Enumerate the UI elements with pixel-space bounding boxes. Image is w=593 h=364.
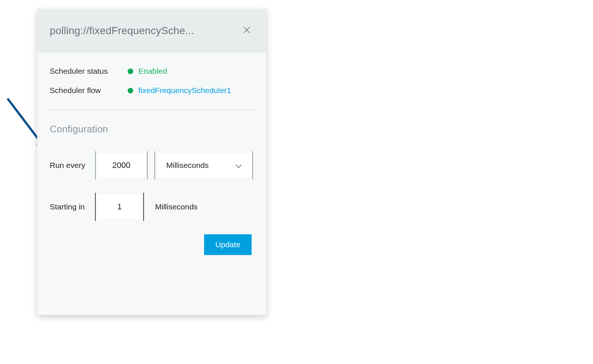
scheduler-flow-link[interactable]: fixedFrequencyScheduler1 [138, 86, 231, 95]
close-icon [242, 26, 251, 36]
status-dot-icon [128, 69, 133, 74]
scheduler-status-value: Enabled [138, 67, 167, 76]
scheduler-panel: polling://fixedFrequencySche... Schedule… [37, 9, 266, 315]
run-every-unit-value: Milliseconds [166, 161, 209, 170]
configuration-heading: Configuration [50, 123, 254, 135]
scheduler-status-row: Scheduler status Enabled [50, 67, 254, 76]
update-button[interactable]: Update [204, 234, 252, 255]
scheduler-flow-label: Scheduler flow [50, 86, 128, 95]
close-button[interactable] [240, 24, 253, 37]
section-divider [50, 110, 254, 110]
status-dot-icon [128, 88, 133, 93]
chevron-down-icon [235, 162, 242, 171]
scheduler-flow-row: Scheduler flow fixedFrequencyScheduler1 [50, 86, 254, 95]
scheduler-status-label: Scheduler status [50, 67, 128, 76]
starting-in-input-wrap [97, 195, 142, 219]
run-every-input-wrap [97, 153, 145, 177]
run-every-input[interactable] [105, 161, 138, 170]
starting-in-label: Starting in [50, 202, 97, 211]
run-every-unit-select[interactable]: Milliseconds [157, 153, 251, 177]
actions-row: Update [50, 234, 254, 255]
panel-title: polling://fixedFrequencySche... [50, 25, 194, 37]
panel-header: polling://fixedFrequencySche... [37, 9, 266, 53]
panel-body: Scheduler status Enabled Scheduler flow … [37, 53, 266, 264]
starting-in-unit: Milliseconds [155, 202, 197, 211]
starting-in-row: Starting in Milliseconds [50, 195, 254, 219]
run-every-row: Run every Milliseconds [50, 153, 254, 177]
run-every-label: Run every [50, 161, 97, 170]
starting-in-input[interactable] [103, 202, 136, 212]
